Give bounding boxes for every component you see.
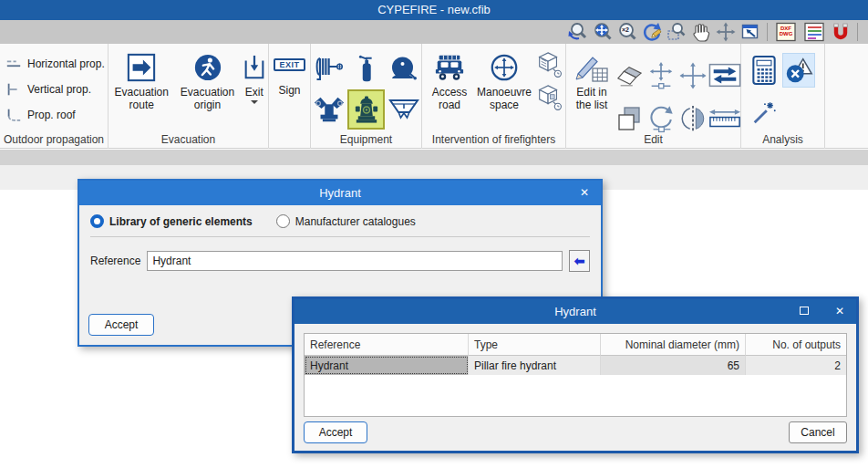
toolbar-separator — [767, 23, 768, 41]
group-label: Analysis — [741, 133, 824, 146]
col-header-reference[interactable]: Reference — [305, 334, 469, 356]
zoom-double-icon[interactable]: ×2 — [616, 21, 638, 43]
move-view-icon[interactable] — [715, 21, 737, 43]
zoom-previous-icon[interactable] — [567, 21, 589, 43]
cancel-button[interactable]: Cancel — [789, 421, 847, 443]
analysis-errors-icon-selected[interactable] — [782, 53, 815, 88]
maximize-icon[interactable] — [800, 307, 809, 315]
redraw-icon[interactable] — [641, 21, 663, 43]
accept-button[interactable]: Accept — [304, 421, 367, 443]
x2-glyph: ×2 — [622, 26, 629, 33]
cancel-label: Cancel — [801, 426, 834, 439]
sprinkler-detector-icon — [388, 99, 419, 120]
horizontal-prop-icon — [5, 57, 22, 70]
cell-reference-selected[interactable]: Hydrant — [305, 356, 469, 375]
dialog-title-bar[interactable]: Hydrant ✕ — [79, 181, 601, 205]
accept-label: Accept — [105, 318, 139, 331]
previous-window-icon[interactable] — [739, 21, 761, 43]
prop-roof-icon — [5, 108, 22, 122]
exit-dropdown-caret[interactable] — [251, 100, 258, 104]
evacuation-origin-label: Evacuation origin — [175, 86, 241, 111]
swap-icon[interactable] — [708, 63, 741, 88]
dwg-label: DWG — [773, 31, 799, 36]
radio-library-label: Library of generic elements — [109, 215, 253, 228]
hydrant-button-selected[interactable] — [347, 89, 385, 130]
access-road-button[interactable]: Access road — [426, 49, 473, 111]
radio-unselected-icon — [276, 214, 290, 228]
calculator-icon[interactable] — [751, 55, 777, 86]
rotate-icon[interactable] — [646, 103, 676, 134]
copy-icon[interactable] — [615, 106, 643, 131]
window-title: CYPEFIRE - new.cfib — [0, 3, 868, 16]
manoeuvre-space-button[interactable]: Manoeuvre space — [473, 49, 535, 111]
radio-manufacturer-label: Manufacturer catalogues — [295, 215, 416, 228]
exit-sign-text: EXIT — [274, 58, 305, 71]
accept-button[interactable]: Accept — [88, 314, 154, 336]
sprinkler-detector-button[interactable] — [385, 89, 422, 130]
edit-in-list-button[interactable]: Edit in the list — [570, 49, 614, 140]
measure-icon[interactable] — [708, 108, 741, 129]
alarm-bell-button[interactable] — [385, 49, 422, 89]
cube-time-icon-1[interactable] — [535, 51, 563, 78]
mirror-icon[interactable] — [678, 105, 708, 132]
exit-sign-icon: EXIT — [274, 53, 305, 77]
radio-library-generic[interactable]: Library of generic elements — [90, 214, 253, 228]
close-icon[interactable]: ✕ — [832, 304, 847, 318]
arrow-left-icon: ⬅ — [574, 254, 585, 268]
pick-from-library-button[interactable]: ⬅ — [569, 250, 590, 272]
siamese-connection-button[interactable] — [311, 89, 347, 130]
cell-nominal-diameter[interactable]: 65 — [601, 356, 746, 375]
cell-type[interactable]: Pillar fire hydrant — [469, 356, 601, 375]
eraser-icon[interactable] — [615, 64, 643, 88]
exit-icon — [242, 49, 267, 86]
app-window: CYPEFIRE - new.cfib ×2 — [0, 0, 868, 468]
title-bar: CYPEFIRE - new.cfib — [0, 0, 868, 20]
dialog-title-bar[interactable]: Hydrant ✕ — [294, 299, 856, 324]
col-header-outputs[interactable]: No. of outputs — [746, 334, 846, 356]
group-equipment: Equipment — [311, 44, 422, 149]
access-road-label: Access road — [426, 86, 473, 111]
wand-icon[interactable] — [750, 99, 778, 127]
group-outdoor-propagation: Horizontal prop. Vertical prop. Prop. ro… — [0, 44, 108, 149]
vertical-prop-button[interactable]: Vertical prop. — [5, 77, 108, 102]
group-edit: Edit in the list Edit — [566, 44, 741, 149]
object-snap-magnet-icon[interactable] — [830, 21, 852, 43]
reference-input[interactable]: Hydrant — [147, 251, 563, 271]
horizontal-prop-button[interactable]: Horizontal prop. — [5, 51, 108, 77]
alarm-bell-icon — [389, 56, 418, 83]
fire-truck-icon — [434, 49, 465, 86]
evacuation-route-button[interactable]: Evacuation route — [108, 49, 174, 111]
col-header-type[interactable]: Type — [469, 334, 601, 356]
dialog-title: Hydrant — [319, 186, 361, 200]
exit-button[interactable]: Exit — [241, 49, 268, 111]
cube-time-icon-2[interactable] — [535, 84, 563, 111]
dialog-title: Hydrant — [554, 305, 596, 318]
group-label: Evacuation — [108, 133, 268, 146]
edit-in-list-icon — [574, 49, 609, 86]
col-header-nominal-diameter[interactable]: Nominal diameter (mm) — [601, 334, 746, 356]
dxf-dwg-layers-icon[interactable] — [801, 21, 827, 43]
group-evacuation: Evacuation route Evacuation origin Exit … — [108, 44, 269, 149]
move-node-icon[interactable] — [646, 60, 676, 91]
pan-icon[interactable] — [690, 21, 712, 43]
sign-button[interactable]: EXIT Sign — [274, 53, 305, 97]
extinguisher-button[interactable] — [347, 49, 385, 89]
group-label: Outdoor propagation — [0, 133, 108, 146]
group-label: Edit — [566, 133, 740, 146]
table-row[interactable]: Hydrant Pillar fire hydrant 65 2 — [305, 356, 846, 375]
evacuation-origin-button[interactable]: Evacuation origin — [175, 49, 241, 111]
manoeuvre-space-icon — [489, 49, 520, 86]
radio-manufacturer-catalogues[interactable]: Manufacturer catalogues — [276, 214, 416, 228]
accept-label: Accept — [319, 426, 353, 439]
zoom-extents-icon[interactable] — [592, 21, 614, 43]
hose-reel-button[interactable] — [311, 49, 347, 89]
manoeuvre-space-label: Manoeuvre space — [473, 86, 535, 111]
dxf-dwg-templates-icon[interactable]: DXF DWG — [773, 21, 799, 43]
prop-roof-button[interactable]: Prop. roof — [5, 102, 108, 128]
zoom-window-icon[interactable] — [666, 21, 687, 43]
cell-outputs[interactable]: 2 — [746, 356, 846, 375]
hydrant-table: Reference Type Nominal diameter (mm) No.… — [304, 333, 847, 417]
evacuation-route-label: Evacuation route — [108, 86, 174, 111]
close-icon[interactable]: ✕ — [577, 185, 592, 200]
move-icon[interactable] — [678, 61, 708, 90]
